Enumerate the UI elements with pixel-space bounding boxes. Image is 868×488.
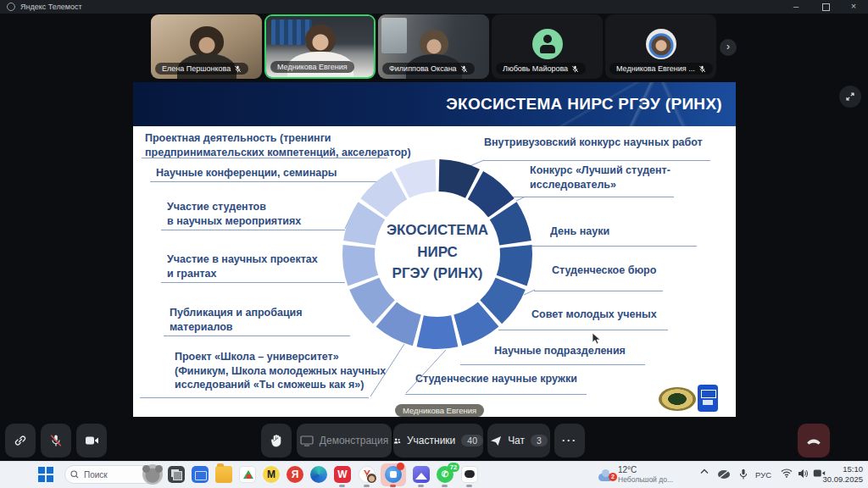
mic-muted-icon (571, 65, 579, 73)
mic-muted-icon (49, 434, 63, 447)
task-view-button[interactable] (168, 466, 185, 483)
window-titlebar: Яндекс Телемост (0, 0, 868, 14)
participant-name-badge: Филиппова Оксана (382, 63, 475, 75)
edge-browser-icon[interactable] (310, 466, 327, 483)
copy-link-button[interactable] (5, 424, 36, 458)
yandex-music-icon[interactable]: M (263, 466, 280, 483)
window-background (381, 18, 407, 53)
mic-muted-icon (460, 65, 468, 73)
more-participants-button[interactable]: › (720, 39, 737, 56)
running-indicator (390, 485, 396, 487)
tray-chevron-icon[interactable] (700, 469, 709, 474)
hand-icon (270, 434, 283, 447)
word-editor-icon[interactable]: W (334, 466, 351, 483)
chat-button[interactable]: Чат 3 (487, 424, 550, 458)
university-seal-logo (659, 387, 696, 411)
running-indicator (466, 485, 472, 487)
running-indicator (364, 485, 370, 487)
running-indicator (442, 485, 448, 487)
participant-name-badge: Медникова Евгения ... (609, 63, 713, 75)
participant-name: Филиппова Оксана (389, 64, 457, 73)
speaker-icon[interactable] (798, 469, 809, 479)
donut-segment (417, 315, 459, 349)
microphone-muted-button[interactable] (41, 424, 71, 458)
chat-send-icon (490, 435, 502, 446)
window-title: Яндекс Телемост (20, 3, 82, 11)
yandex-browser-icon[interactable]: Я (287, 466, 303, 483)
participant-name: Медникова Евгения ... (616, 64, 695, 73)
search-placeholder: Поиск (84, 470, 108, 480)
messenger-icon[interactable] (461, 466, 478, 483)
participant-name-badge: Елена Першонкова (155, 63, 248, 75)
camera-icon (85, 435, 99, 446)
participants-button[interactable]: Участники 40 (393, 424, 483, 458)
mic-muted-icon (698, 65, 706, 73)
participants-icon (393, 435, 401, 446)
camera-button[interactable] (76, 424, 107, 458)
windows-taskbar: Поиск M Я W Y ✆ 72 2 12°CНебольшой до...… (0, 461, 868, 488)
shared-screen-slide: ЭКОСИСТЕМА НИРС РГЭУ (РИНХ) Проектная де… (133, 82, 736, 417)
photos-app-icon[interactable] (413, 466, 430, 483)
screen-share-label: Демонстрация (320, 435, 388, 446)
weather-widget[interactable]: 2 12°CНебольшой до... (598, 462, 673, 488)
start-button[interactable] (38, 467, 53, 482)
running-indicator (339, 485, 345, 487)
search-highlight-image[interactable] (142, 464, 163, 485)
hang-up-icon (806, 437, 821, 445)
close-button[interactable]: × (841, 0, 866, 14)
minimize-button[interactable]: – (783, 0, 809, 14)
weather-alert-badge: 2 (609, 473, 617, 481)
maximize-icon (822, 3, 830, 11)
whatsapp-badge: 72 (448, 463, 459, 472)
chat-label: Чат (508, 435, 525, 446)
weather-cloud-icon: 2 (598, 469, 614, 481)
presenter-name-tag: Медникова Евгения (395, 404, 484, 417)
yandex-profile-icon[interactable]: Y (359, 466, 376, 483)
participants-label: Участники (407, 435, 455, 446)
participant-name: Любовь Майорова (503, 64, 568, 73)
raise-hand-button[interactable] (261, 424, 292, 458)
telemost-notification-badge (397, 463, 404, 470)
mouse-cursor (592, 332, 602, 346)
file-explorer-icon[interactable] (215, 466, 232, 483)
maximize-button[interactable] (813, 0, 838, 14)
more-options-button[interactable]: ··· (554, 424, 585, 458)
expand-icon (845, 92, 855, 102)
rsue-logo (698, 385, 718, 412)
weather-desc: Небольшой до... (618, 475, 673, 484)
participant-name-badge: Любовь Майорова (496, 63, 586, 75)
screen-share-button[interactable]: Демонстрация (297, 424, 392, 458)
avatar (532, 29, 563, 59)
fullscreen-button[interactable] (839, 86, 861, 108)
participant-tile[interactable]: Медникова Евгения ... (605, 14, 716, 79)
yandex-disk-icon[interactable] (239, 466, 256, 483)
telemost-window: Яндекс Телемост – × Елена Першонкова Мед… (0, 0, 868, 488)
link-icon (14, 434, 27, 447)
participant-name: Медникова Евгения (277, 63, 348, 71)
tray-time: 15:10 (843, 464, 863, 474)
participant-tile-active-speaker[interactable]: Медникова Евгения (264, 14, 376, 79)
tray-date: 30.09.2025 (822, 474, 863, 484)
running-indicator (418, 485, 424, 487)
avatar (646, 29, 676, 59)
onedrive-paused-icon[interactable] (717, 469, 731, 480)
participant-tile[interactable]: Елена Першонкова (151, 14, 262, 79)
mic-muted-icon (234, 65, 242, 73)
tray-mic-icon[interactable] (739, 469, 748, 480)
participant-name: Елена Першонкова (162, 64, 231, 73)
weather-temp: 12°C (618, 465, 637, 474)
participant-tile[interactable]: Филиппова Оксана (378, 14, 489, 79)
hang-up-button[interactable] (798, 424, 830, 458)
participant-name-badge: Медникова Евгения (270, 61, 354, 73)
wifi-icon[interactable] (781, 469, 793, 478)
monitor-icon (300, 435, 314, 446)
clock[interactable]: 15:10 30.09.2025 (822, 464, 863, 485)
app-icon (7, 3, 15, 11)
donut-center-label: ЭКОСИСТЕМА НИРС РГЭУ (РИНХ) (361, 219, 514, 285)
search-icon (70, 470, 79, 479)
participants-count-badge: 40 (461, 435, 483, 446)
participant-tile[interactable]: Любовь Майорова (492, 14, 603, 79)
language-indicator[interactable]: РУС (755, 470, 771, 480)
app-icon-portfolio[interactable] (192, 466, 209, 483)
chat-count-badge: 3 (531, 435, 548, 446)
